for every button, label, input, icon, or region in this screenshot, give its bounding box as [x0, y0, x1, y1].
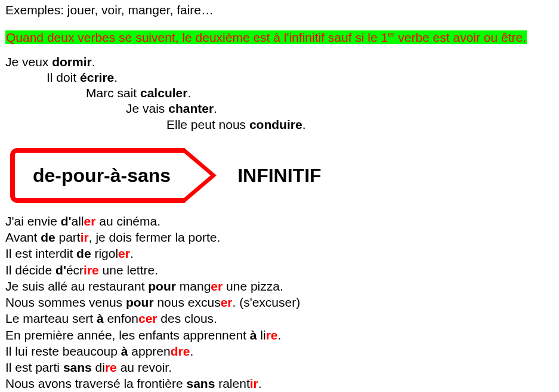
ex3c: rigol [91, 246, 119, 260]
ex-line-8: En première année, les enfants apprennen… [5, 328, 554, 343]
ex1d: er [84, 214, 96, 228]
ex8b: à [250, 328, 257, 342]
ex9a: Il lui reste beaucoup [5, 344, 121, 358]
stagger-3b: calculer [140, 86, 187, 100]
document-page: Exemples: jouer, voir, manger, faire… Qu… [0, 0, 559, 392]
stagger-2b: écrire [80, 70, 114, 84]
rule-part1: Quand deux verbes se suivent, le deuxièm… [6, 30, 388, 44]
ex8c: li [257, 328, 265, 342]
arrow-row: de-pour-à-sans INFINITIF [5, 148, 554, 203]
stagger-5a: Elle peut nous [166, 118, 249, 131]
stagger-2c: . [114, 70, 118, 84]
intro-text: Exemples: jouer, voir, manger, faire… [5, 3, 214, 17]
stagger-1b: dormir [52, 55, 92, 69]
stagger-line-4: Je vais chanter. [5, 101, 554, 116]
ex3d: er [118, 246, 130, 260]
ex-line-6: Nous sommes venus pour nous excuser. (s'… [5, 295, 554, 310]
ex5a: Je suis allé au restaurant [5, 279, 148, 293]
ex2e: , je dois fermer la porte. [89, 230, 221, 244]
ex-line-10: Il est parti sans dire au revoir. [5, 360, 554, 375]
ex8d: re [266, 328, 278, 342]
ex10a: Il est parti [5, 360, 63, 374]
ex6b: pour [126, 295, 154, 309]
stagger-4c: . [214, 101, 217, 115]
ex11c: ralent [215, 376, 249, 390]
rule-super: er [388, 30, 394, 39]
ex9b: à [121, 344, 128, 358]
ex7d: cer [138, 311, 157, 325]
ex5b: pour [148, 279, 176, 293]
ex5d: er [211, 279, 223, 293]
ex9c: appren [128, 344, 170, 358]
stagger-5c: . [302, 118, 306, 131]
ex4c: écr [66, 263, 84, 277]
ex1c: all [72, 214, 84, 228]
ex3b: de [76, 246, 91, 260]
ex4d: ire [84, 263, 99, 277]
ex1e: au cinéma. [95, 214, 160, 228]
ex5c: mang [176, 279, 211, 293]
rule-block: Quand deux verbes se suivent, le deuxièm… [5, 30, 554, 45]
arrow-shape: de-pour-à-sans [10, 148, 217, 203]
ex5e: une pizza. [223, 279, 283, 293]
ex-line-3: Il est interdit de rigoler. [5, 246, 554, 261]
ex3a: Il est interdit [5, 246, 76, 260]
ex10c: di [92, 360, 105, 374]
ex-line-2: Avant de partir, je dois fermer la porte… [5, 230, 554, 245]
ex6e: . (s'excuser) [233, 295, 301, 309]
stagger-3a: Marc sait [86, 86, 140, 100]
ex9d: dre [171, 344, 190, 358]
ex-line-7: Le marteau sert à enfoncer des clous. [5, 311, 554, 326]
ex8e: . [278, 328, 282, 342]
stagger-line-1: Je veux dormir. [5, 54, 554, 70]
ex8a: En première année, les enfants apprennen… [5, 328, 250, 342]
ex10d: re [105, 360, 117, 374]
stagger-4a: Je vais [126, 101, 168, 115]
intro-examples: Exemples: jouer, voir, manger, faire… [5, 2, 554, 18]
ex2b: de [41, 230, 55, 244]
ex11b: sans [186, 376, 215, 390]
stagger-2a: Il doit [47, 70, 80, 84]
ex7a: Le marteau sert [5, 311, 97, 325]
ex10e: au revoir. [117, 360, 172, 374]
ex2c: part [55, 230, 81, 244]
ex9e: . [190, 344, 193, 358]
stagger-line-3: Marc sait calculer. [5, 85, 554, 101]
arrow-head-icon [185, 148, 217, 203]
ex1b: d' [61, 214, 72, 228]
ex6c: nous excus [154, 295, 221, 309]
ex7e: des clous. [157, 311, 217, 325]
ex10b: sans [63, 360, 92, 374]
ex11a: Nous avons traversé la frontière [5, 376, 186, 390]
ex-line-4: Il décide d'écrire une lettre. [5, 263, 554, 278]
example-block: J'ai envie d'aller au cinéma. Avant de p… [5, 214, 554, 392]
stagger-block: Je veux dormir. Il doit écrire. Marc sai… [5, 54, 554, 132]
ex-line-1: J'ai envie d'aller au cinéma. [5, 214, 554, 229]
ex2d: ir [81, 230, 89, 244]
ex-line-11: Nous avons traversé la frontière sans ra… [5, 376, 554, 391]
rule-highlight: Quand deux verbes se suivent, le deuxièm… [5, 30, 527, 44]
stagger-line-5: Elle peut nous conduire. [5, 117, 554, 132]
ex-line-9: Il lui reste beaucoup à apprendre. [5, 344, 554, 359]
stagger-4b: chanter [168, 101, 214, 115]
ex-line-5: Je suis allé au restaurant pour manger u… [5, 279, 554, 294]
ex2a: Avant [5, 230, 41, 244]
ex7c: enfon [104, 311, 138, 325]
arrow-body: de-pour-à-sans [10, 148, 185, 203]
stagger-1a: Je veux [5, 55, 52, 69]
ex3e: . [130, 246, 134, 260]
arrow-text: de-pour-à-sans [33, 163, 171, 187]
ex4b: d' [55, 263, 66, 277]
rule-part2: verbe est avoir ou être. [394, 30, 526, 44]
stagger-3c: . [187, 86, 191, 100]
ex11e: . [258, 376, 262, 390]
ex4e: une lettre. [99, 263, 158, 277]
ex7b: à [97, 311, 104, 325]
stagger-1c: . [92, 55, 95, 69]
ex6a: Nous sommes venus [5, 295, 126, 309]
ex6d: er [221, 295, 233, 309]
arrow-label: INFINITIF [237, 163, 321, 187]
stagger-5b: conduire [249, 118, 302, 131]
stagger-line-2: Il doit écrire. [5, 70, 554, 85]
ex4a: Il décide [5, 263, 55, 277]
